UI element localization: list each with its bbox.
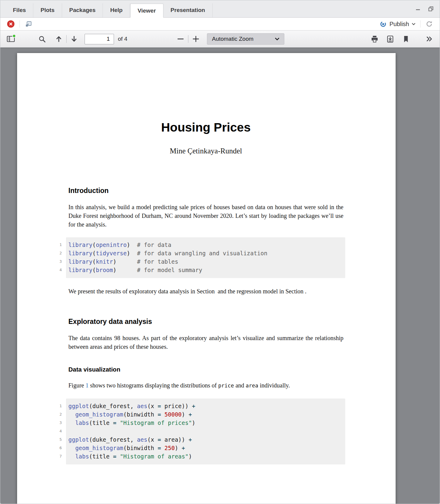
clear-viewer-button[interactable]	[5, 18, 16, 30]
tab-packages[interactable]: Packages	[62, 3, 103, 17]
zoom-in-button[interactable]	[190, 33, 202, 45]
code-line-number: 1	[53, 241, 62, 249]
paragraph: We present the results of exploratory da…	[68, 287, 343, 296]
chevron-down-icon	[275, 38, 279, 40]
code-line: 2library(tidyverse) # for data wrangling…	[68, 249, 343, 257]
code-line: 1library(openintro) # for data	[68, 241, 343, 249]
maximize-icon	[428, 6, 434, 12]
paragraph: The data contains 98 houses. As part of …	[68, 334, 343, 351]
publish-caret-icon	[412, 23, 415, 25]
toolbar-divider	[188, 35, 188, 43]
document-title: Housing Prices	[68, 121, 343, 134]
more-tools-button[interactable]	[424, 33, 435, 45]
search-icon	[38, 35, 46, 43]
code-block: 1ggplot(duke_forest, aes(x = price)) +2 …	[66, 399, 345, 464]
rstudio-viewer-pane: FilesPlotsPackagesHelpViewerPresentation	[0, 0, 440, 504]
publish-icon	[380, 21, 387, 28]
pane-tabbar: FilesPlotsPackagesHelpViewerPresentation	[0, 0, 440, 18]
code-line-number: 4	[53, 427, 62, 435]
up-arrow-icon	[55, 35, 62, 43]
find-button[interactable]	[36, 33, 48, 45]
window-controls	[415, 5, 434, 12]
section-heading: Introduction	[68, 187, 343, 195]
code-line-number: 7	[53, 452, 62, 461]
code-line: 6 geom_histogram(binwidth = 250) +	[68, 444, 343, 452]
tab-help[interactable]: Help	[103, 3, 130, 17]
tab-viewer[interactable]: Viewer	[130, 4, 163, 18]
minimize-icon	[415, 6, 421, 12]
code-block: 1library(openintro) # for data2library(t…	[66, 237, 345, 278]
popout-button[interactable]	[23, 18, 34, 30]
code-line: 5ggplot(duke_forest, aes(x = area)) +	[68, 435, 343, 444]
toolbar-separator	[19, 20, 20, 28]
tab-files[interactable]: Files	[6, 3, 33, 17]
next-page-button[interactable]	[68, 33, 80, 45]
double-chevron-icon	[426, 36, 433, 42]
zoom-out-button[interactable]	[175, 33, 186, 45]
viewer-toolbar-right: Publish	[378, 18, 435, 30]
code-line: 7 labs(title = "Histogram of areas")	[68, 452, 343, 461]
code-line-number: 3	[53, 257, 62, 266]
print-icon	[371, 35, 379, 43]
subsection-heading: Data visualization	[68, 366, 343, 373]
publish-button[interactable]: Publish	[378, 21, 417, 28]
refresh-icon	[426, 20, 433, 28]
down-arrow-icon	[70, 35, 78, 43]
notification-dot	[12, 34, 16, 38]
viewer-toolbar: Publish	[0, 18, 440, 31]
bookmark-button[interactable]	[400, 33, 412, 45]
code-line: 3library(knitr) # for tables	[68, 257, 343, 266]
code-line: 1ggplot(duke_forest, aes(x = price)) +	[68, 402, 343, 410]
code-line-number: 5	[53, 435, 62, 444]
zoom-level-select[interactable]: Automatic Zoom	[207, 33, 284, 45]
code-line-number: 6	[53, 444, 62, 452]
plus-icon	[192, 35, 199, 43]
bookmark-icon	[403, 35, 409, 43]
pdf-page: Housing PricesMine Çetinkaya-RundelIntro…	[17, 53, 396, 504]
sidebar-toggle-button[interactable]	[5, 33, 16, 45]
document-author: Mine Çetinkaya-Rundel	[68, 147, 343, 155]
page-number-input[interactable]	[85, 34, 114, 44]
paragraph: Figure 1 shows two histograms displaying…	[68, 381, 343, 390]
download-button[interactable]	[385, 33, 396, 45]
pdf-toolbar: of 4 Automatic Zoom	[0, 31, 440, 48]
code-line-number: 4	[53, 266, 62, 274]
zoom-level-value: Automatic Zoom	[212, 36, 253, 42]
toolbar-divider	[66, 35, 67, 43]
popout-window-icon	[25, 21, 32, 27]
code-line-number: 2	[53, 249, 62, 257]
minimize-button[interactable]	[415, 5, 422, 12]
inline-code: price	[218, 383, 234, 389]
close-icon	[7, 20, 14, 28]
pdf-scroll-area[interactable]: Housing PricesMine Çetinkaya-RundelIntro…	[0, 48, 440, 504]
code-line: 4	[68, 427, 343, 435]
page-count-label: of 4	[118, 36, 127, 42]
refresh-button[interactable]	[424, 18, 435, 30]
code-line-number: 3	[53, 419, 62, 427]
previous-page-button[interactable]	[53, 33, 64, 45]
code-line: 3 labs(title = "Histogram of prices")	[68, 419, 343, 427]
paragraph: In this analysis, we build a model predi…	[68, 203, 343, 229]
pdf-toolbar-right	[369, 33, 435, 45]
download-icon	[387, 35, 394, 43]
maximize-button[interactable]	[427, 5, 434, 12]
figure-ref-link[interactable]: 1	[85, 382, 88, 389]
code-line-number: 2	[53, 410, 62, 419]
print-button[interactable]	[369, 33, 380, 45]
toolbar-separator	[420, 20, 421, 28]
inline-code: area	[246, 383, 258, 389]
section-heading: Exploratory data analysis	[68, 318, 343, 326]
code-line: 2 geom_histogram(binwidth = 50000) +	[68, 410, 343, 419]
publish-label: Publish	[389, 21, 409, 28]
minus-icon	[177, 35, 184, 43]
tab-plots[interactable]: Plots	[33, 3, 62, 17]
tab-presentation[interactable]: Presentation	[163, 3, 213, 17]
pane-tabs: FilesPlotsPackagesHelpViewerPresentation	[6, 3, 213, 17]
code-line: 4library(broom) # for model summary	[68, 266, 343, 274]
code-line-number: 1	[53, 402, 62, 410]
